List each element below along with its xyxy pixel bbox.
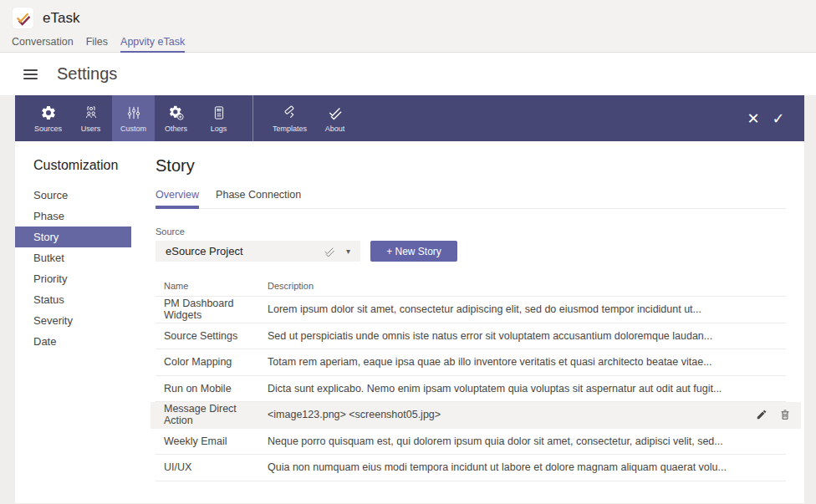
row-description: Neque porro quisquam est, qui dolorem ip… (268, 435, 786, 447)
sliders-icon (125, 104, 142, 121)
settings-title: Settings (57, 64, 117, 84)
sidebar-title: Customization (33, 158, 131, 173)
etask-check-icon (323, 245, 336, 258)
row-description: Lorem ipsum dolor sit amet, consectetur … (268, 303, 786, 315)
source-field-label: Source (156, 227, 786, 237)
channel-tab-bar: Conversation Files Appvity eTask (0, 36, 816, 53)
toolbar-item-about[interactable]: About (314, 95, 356, 141)
table-row[interactable]: PM Dashboard Widgets Lorem ipsum dolor s… (156, 297, 786, 323)
tab-appvity-etask[interactable]: Appvity eTask (120, 36, 185, 53)
tab-overview[interactable]: Overview (156, 189, 199, 209)
row-name: Source Settings (156, 330, 268, 342)
paint-roller-icon (282, 104, 298, 121)
caret-down-icon[interactable]: ▾ (346, 247, 350, 256)
settings-panel: Sources Users Custom (15, 95, 804, 503)
toolbar-label: Others (165, 125, 187, 133)
sidebar-item-date[interactable]: Date (15, 331, 131, 352)
people-icon (83, 104, 99, 121)
page-title: Story (156, 156, 786, 176)
close-icon[interactable]: ✕ (741, 109, 766, 128)
app-header: eTask (0, 0, 816, 36)
toolbar-item-custom[interactable]: Custom (112, 95, 155, 141)
toolbar-item-others[interactable]: Others (155, 95, 197, 141)
source-dropdown-value: eSource Project (166, 245, 323, 257)
log-document-icon: LOG (211, 104, 227, 121)
sidebar-item-status[interactable]: Status (15, 289, 131, 310)
table-row[interactable]: UI/UX Quia non numquam eius modi tempora… (156, 455, 786, 481)
toolbar-item-users[interactable]: Users (69, 95, 112, 141)
table-row[interactable]: Run on Mobile Dicta sunt explicabo. Nemo… (156, 376, 786, 403)
row-name: UI/UX (156, 461, 268, 473)
story-table: Name Description PM Dashboard Widgets Lo… (156, 275, 786, 481)
table-row[interactable]: Color Mapping Totam rem aperiam, eaque i… (156, 349, 786, 376)
sidebar-item-phase[interactable]: Phase (15, 206, 131, 227)
column-header-name: Name (156, 281, 268, 291)
customization-sidebar: Customization Source Phase Story Butket … (15, 141, 131, 503)
row-description: Dicta sunt explicabo. Nemo enim ipsam vo… (268, 383, 786, 395)
confirm-icon[interactable]: ✓ (766, 109, 791, 128)
view-tab-bar: Overview Phase Connection (156, 189, 786, 209)
content-area: Customization Source Phase Story Butket … (15, 141, 804, 503)
gear-icon (40, 104, 57, 121)
toolbar-divider (252, 95, 253, 141)
sidebar-item-story[interactable]: Story (15, 227, 131, 247)
toolbar-label: Templates (273, 125, 307, 133)
edit-icon[interactable] (756, 409, 768, 420)
hamburger-icon[interactable] (23, 69, 38, 79)
tab-phase-connection[interactable]: Phase Connection (216, 189, 301, 209)
row-name: Color Mapping (156, 356, 268, 368)
toolbar-item-templates[interactable]: Templates (266, 95, 314, 141)
row-name: Message Direct Action (156, 403, 268, 426)
sidebar-item-priority[interactable]: Priority (15, 268, 131, 289)
row-name: PM Dashboard Widgets (156, 298, 268, 321)
toolbar-label: About (325, 125, 345, 133)
source-dropdown[interactable]: eSource Project ▾ (156, 241, 360, 262)
table-row-highlighted[interactable]: Message Direct Action <image123.png> <sc… (150, 402, 801, 429)
table-header: Name Description (156, 275, 786, 297)
controls-row: eSource Project ▾ + New Story (156, 241, 786, 262)
etask-logo (13, 8, 33, 28)
column-header-description: Description (268, 281, 786, 291)
app-title: eTask (43, 10, 79, 27)
row-description: Quia non numquam eius modi tempora incid… (268, 461, 786, 473)
row-name: Weekly Email (156, 435, 268, 447)
tab-conversation[interactable]: Conversation (12, 36, 74, 53)
row-description: <image123.png> <screenshot05.jpg> (268, 409, 746, 420)
row-description: Totam rem aperiam, eaque ipsa quae ab il… (268, 356, 786, 368)
table-row[interactable]: Weekly Email Neque porro quisquam est, q… (156, 429, 786, 456)
svg-text:LOG: LOG (217, 108, 222, 111)
row-name: Run on Mobile (156, 383, 268, 395)
etask-double-checkmark-icon (15, 10, 31, 26)
sidebar-item-source[interactable]: Source (15, 185, 131, 206)
row-actions (756, 409, 791, 420)
story-settings-main: Story Overview Phase Connection Source e… (131, 141, 804, 503)
toolbar-label: Users (81, 125, 101, 133)
toolbar-label: Custom (120, 125, 146, 133)
toolbar-item-sources[interactable]: Sources (27, 95, 69, 141)
table-row[interactable]: Source Settings Sed ut perspiciatis unde… (156, 323, 786, 350)
sidebar-item-butket[interactable]: Butket (15, 247, 131, 268)
settings-toolbar: Sources Users Custom (15, 95, 804, 141)
gear-plus-icon (168, 104, 185, 121)
new-story-button[interactable]: + New Story (370, 241, 457, 262)
row-description: Sed ut perspiciatis unde omnis iste natu… (268, 330, 786, 342)
tab-files[interactable]: Files (86, 36, 108, 53)
toolbar-label: Sources (34, 125, 62, 133)
delete-icon[interactable] (779, 409, 791, 420)
sidebar-item-severity[interactable]: Severity (15, 310, 131, 331)
double-checkmark-icon (327, 104, 344, 121)
toolbar-item-logs[interactable]: LOG Logs (197, 95, 240, 141)
settings-header: Settings (0, 53, 816, 95)
toolbar-label: Logs (211, 125, 227, 133)
